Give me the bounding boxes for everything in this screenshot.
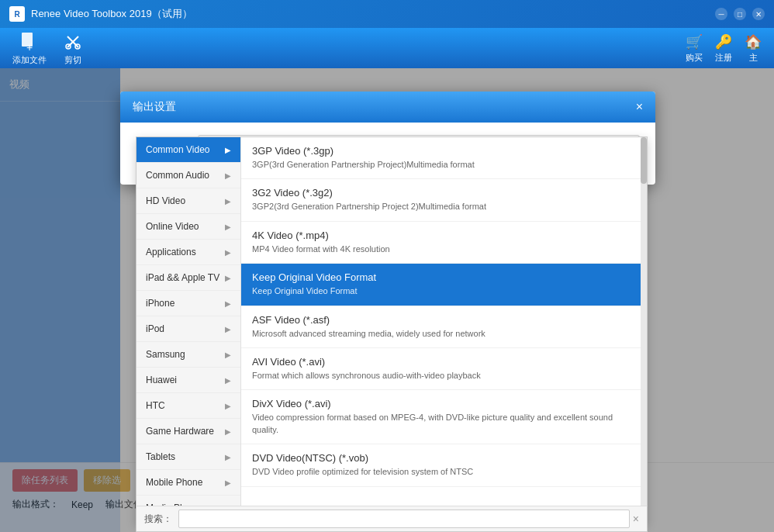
app-content: 视频 除任务列表 移除选 输出格式： Keep 输出文件夹： 和源文件夹相同 输…: [0, 68, 774, 532]
format-item-3gp-name: 3GP Video (*.3gp): [252, 145, 636, 157]
format-item-asf-desc: Microsoft advanced streaming media, wide…: [252, 328, 636, 340]
app-logo: R: [9, 6, 25, 22]
format-item-keep-name: Keep Original Video Format: [252, 271, 636, 283]
buy-label: 购买: [686, 52, 703, 64]
category-samsung-label: Samsung: [146, 349, 185, 360]
register-button[interactable]: 🔑 注册: [715, 33, 732, 64]
category-iphone[interactable]: iPhone ▶: [136, 291, 240, 316]
add-file-label: 添加文件: [12, 54, 47, 66]
category-arrow-icon: ▶: [225, 248, 231, 257]
category-arrow-icon: ▶: [225, 325, 231, 333]
category-online-video[interactable]: Online Video ▶: [136, 214, 240, 240]
dialog-title: 输出设置: [133, 100, 176, 114]
buy-icon: 🛒: [686, 33, 703, 50]
format-item-4k-name: 4K Video (*.mp4): [252, 230, 636, 241]
format-item-keep-desc: Keep Original Video Format: [252, 285, 636, 297]
add-file-button[interactable]: + 添加文件: [12, 31, 47, 66]
category-arrow-icon: ▶: [225, 376, 231, 385]
category-applications-label: Applications: [146, 247, 196, 257]
format-item-3gp-desc: 3GP(3rd Generation Partnership Project)M…: [252, 159, 636, 171]
category-hd-video[interactable]: HD Video ▶: [136, 188, 240, 214]
window-controls: ─ □ ✕: [715, 8, 765, 20]
cut-label: 剪切: [64, 54, 81, 66]
search-input[interactable]: [178, 510, 630, 528]
home-button[interactable]: 🏠 主: [745, 33, 762, 64]
format-item-keep-original[interactable]: Keep Original Video Format Keep Original…: [241, 264, 647, 306]
format-item-3gp[interactable]: 3GP Video (*.3gp) 3GP(3rd Generation Par…: [241, 137, 647, 179]
category-arrow-icon: ▶: [225, 478, 231, 487]
category-arrow-icon: ▶: [225, 453, 231, 461]
category-tablets-label: Tablets: [146, 451, 175, 462]
category-common-audio[interactable]: Common Audio ▶: [136, 163, 240, 188]
category-arrow-icon: ▶: [225, 274, 231, 282]
category-tablets[interactable]: Tablets ▶: [136, 444, 240, 470]
scrollbar-thumb[interactable]: [641, 137, 647, 184]
category-list: Common Video ▶ Common Audio ▶ HD Video ▶…: [136, 137, 241, 523]
format-item-avi[interactable]: AVI Video (*.avi) Format which allows sy…: [241, 348, 647, 390]
maximize-button[interactable]: □: [734, 8, 746, 20]
format-item-3g2-name: 3G2 Video (*.3g2): [252, 187, 636, 199]
search-label: 搜索：: [144, 513, 172, 526]
category-arrow-icon: ▶: [225, 402, 231, 410]
category-htc-label: HTC: [146, 400, 165, 411]
category-applications[interactable]: Applications ▶: [136, 240, 240, 265]
category-arrow-icon: ▶: [225, 171, 231, 180]
category-arrow-icon: ▶: [225, 146, 231, 154]
home-label: 主: [749, 52, 758, 64]
category-hd-video-label: HD Video: [146, 195, 185, 206]
category-online-video-label: Online Video: [146, 221, 199, 232]
format-dropdown-panel: Common Video ▶ Common Audio ▶ HD Video ▶…: [136, 136, 648, 524]
register-label: 注册: [715, 52, 732, 64]
search-bar: 搜索： ×: [136, 506, 648, 532]
register-icon: 🔑: [715, 33, 732, 50]
category-arrow-icon: ▶: [225, 223, 231, 231]
format-item-dvd-desc: DVD Video profile optimized for televisi…: [252, 466, 636, 478]
category-ipad-label: iPad && Apple TV: [146, 272, 219, 283]
app-toolbar: + 添加文件 剪切 🛒 购买 🔑 注册 🏠 主: [0, 28, 774, 68]
close-window-button[interactable]: ✕: [752, 8, 765, 20]
search-clear-button[interactable]: ×: [633, 513, 639, 525]
category-arrow-icon: ▶: [225, 197, 231, 206]
format-item-3g2[interactable]: 3G2 Video (*.3g2) 3GP2(3rd Generation Pa…: [241, 179, 647, 221]
format-item-dvd-name: DVD Video(NTSC) (*.vob): [252, 452, 636, 464]
cut-icon: [62, 31, 84, 53]
cut-button[interactable]: 剪切: [62, 31, 84, 66]
category-huawei-label: Huawei: [146, 375, 177, 385]
category-arrow-icon: ▶: [225, 351, 231, 359]
category-samsung[interactable]: Samsung ▶: [136, 342, 240, 368]
format-item-3g2-desc: 3GP2(3rd Generation Partnership Project …: [252, 201, 636, 212]
add-file-icon: +: [19, 31, 40, 53]
format-item-dvd[interactable]: DVD Video(NTSC) (*.vob) DVD Video profil…: [241, 444, 647, 486]
format-item-4k-desc: MP4 Video format with 4K resolution: [252, 244, 636, 255]
category-ipod-label: iPod: [146, 323, 164, 334]
format-item-divx[interactable]: DivX Video (*.avi) Video compression for…: [241, 390, 647, 444]
category-iphone-label: iPhone: [146, 298, 174, 309]
category-htc[interactable]: HTC ▶: [136, 393, 240, 419]
format-item-divx-desc: Video compression format based on MPEG-4…: [252, 412, 636, 436]
format-item-divx-name: DivX Video (*.avi): [252, 398, 636, 409]
buy-button[interactable]: 🛒 购买: [686, 33, 703, 64]
category-mobile-phone[interactable]: Mobile Phone ▶: [136, 470, 240, 496]
category-game-hardware-label: Game Hardware: [146, 426, 214, 437]
category-huawei[interactable]: Huawei ▶: [136, 368, 240, 393]
category-arrow-icon: ▶: [225, 427, 231, 436]
format-item-asf[interactable]: ASF Video (*.asf) Microsoft advanced str…: [241, 306, 647, 348]
category-ipad-apple-tv[interactable]: iPad && Apple TV ▶: [136, 265, 240, 291]
app-title: Renee Video Toolbox 2019（试用）: [31, 7, 715, 21]
titlebar: R Renee Video Toolbox 2019（试用） ─ □ ✕: [0, 0, 774, 28]
category-arrow-icon: ▶: [225, 299, 231, 308]
format-item-avi-name: AVI Video (*.avi): [252, 356, 636, 368]
format-list-container: 3GP Video (*.3gp) 3GP(3rd Generation Par…: [241, 137, 647, 523]
category-game-hardware[interactable]: Game Hardware ▶: [136, 419, 240, 444]
category-ipod[interactable]: iPod ▶: [136, 316, 240, 342]
svg-text:+: +: [26, 41, 33, 53]
category-mobile-phone-label: Mobile Phone: [146, 477, 202, 488]
dialog-close-button[interactable]: ×: [636, 100, 643, 114]
category-common-video-label: Common Video: [146, 144, 210, 155]
category-common-audio-label: Common Audio: [146, 170, 209, 181]
format-item-avi-desc: Format which allows synchronous audio-wi…: [252, 370, 636, 382]
format-list: 3GP Video (*.3gp) 3GP(3rd Generation Par…: [241, 137, 647, 487]
category-common-video[interactable]: Common Video ▶: [136, 137, 240, 163]
minimize-button[interactable]: ─: [715, 8, 727, 20]
format-item-4k[interactable]: 4K Video (*.mp4) MP4 Video format with 4…: [241, 222, 647, 264]
